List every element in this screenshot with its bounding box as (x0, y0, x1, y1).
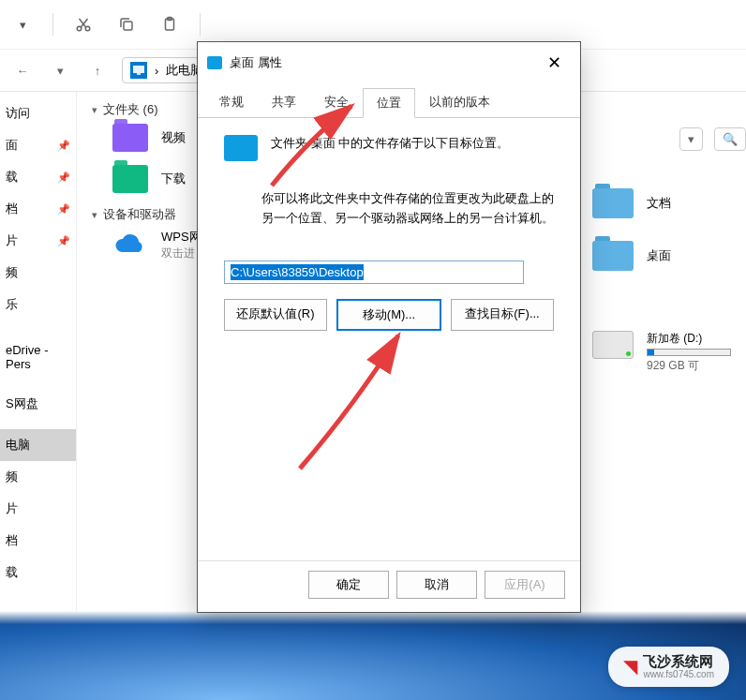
sidebar-item-videos2[interactable]: 频 (0, 461, 76, 493)
move-button[interactable]: 移动(M)... (336, 299, 441, 331)
folder-label: 视频 (161, 129, 186, 146)
chevron-down-icon: ▾ (92, 104, 97, 116)
chevron-down-icon[interactable]: ▾ (47, 57, 73, 83)
cut-icon[interactable] (68, 9, 98, 39)
folder-icon (592, 241, 634, 271)
pin-icon: 📌 (57, 203, 70, 216)
sidebar-item-pictures[interactable]: 片📌 (0, 225, 76, 257)
folder-icon (112, 124, 148, 152)
sidebar-item-label: S网盘 (6, 395, 38, 412)
copy-icon[interactable] (112, 9, 142, 39)
section-title: 文件夹 (6) (103, 101, 158, 118)
breadcrumb-arrow: › (155, 64, 158, 78)
close-button[interactable]: ✕ (537, 50, 571, 76)
pin-icon: 📌 (57, 140, 70, 152)
sidebar-item-label: 访问 (6, 105, 30, 122)
back-button[interactable]: ← (9, 57, 36, 83)
sidebar: 访问 面📌 载📌 档📌 片📌 频 乐 eDrive - Pers S网盘 电脑 … (0, 92, 77, 616)
sidebar-item-label: 档 (6, 201, 18, 217)
up-button[interactable]: ↑ (84, 57, 111, 83)
drive-label: 新加卷 (D:) (647, 331, 731, 347)
properties-dialog: 桌面 属性 ✕ 常规 共享 安全 位置 以前的版本 文件夹 桌面 中的文件存储于… (197, 41, 581, 613)
watermark-url: www.fs0745.com (643, 669, 714, 679)
folder-icon (112, 165, 148, 193)
sidebar-item-label: 档 (6, 532, 18, 549)
sidebar-item-label: 片 (6, 500, 18, 517)
sidebar-item-label: 乐 (6, 296, 18, 313)
sidebar-item-videos[interactable]: 频 (0, 257, 76, 289)
sidebar-item-desktop[interactable]: 面📌 (0, 129, 76, 161)
tab-previous-versions[interactable]: 以前的版本 (415, 87, 504, 117)
sidebar-item-downloads2[interactable]: 载 (0, 557, 76, 588)
drive-free: 929 GB 可 (647, 358, 731, 374)
sidebar-item-label: eDrive - Pers (6, 343, 70, 371)
device-label: WPS网 (161, 229, 201, 246)
sidebar-item-onedrive[interactable]: eDrive - Pers (0, 335, 76, 379)
svg-point-0 (77, 26, 82, 31)
paste-icon[interactable] (155, 9, 185, 39)
this-pc-icon (130, 62, 147, 79)
folder-icon (224, 135, 258, 161)
sidebar-item-label: 载 (6, 169, 18, 186)
drive-icon (592, 331, 634, 359)
sidebar-item-label: 载 (6, 564, 18, 581)
sidebar-item-quick-access[interactable]: 访问 (0, 97, 76, 129)
folder-icon (592, 188, 634, 218)
sidebar-item-documents[interactable]: 档📌 (0, 193, 76, 225)
sidebar-item-label: 频 (6, 469, 18, 485)
svg-point-1 (85, 26, 90, 31)
device-sub: 双击进 (161, 246, 201, 261)
restore-default-button[interactable]: 还原默认值(R) (224, 299, 327, 331)
folder-documents[interactable]: 文档 (592, 188, 746, 218)
chevron-down-icon: ▾ (92, 209, 97, 221)
sidebar-item-wps[interactable]: S网盘 (0, 388, 76, 420)
cloud-icon (112, 231, 148, 260)
dialog-tabs: 常规 共享 安全 位置 以前的版本 (198, 83, 580, 118)
tab-sharing[interactable]: 共享 (258, 87, 310, 117)
right-items: ▾ 🔍 文档 桌面 新加卷 (D:) 929 GB 可 (592, 127, 746, 374)
find-target-button[interactable]: 查找目标(F)... (451, 299, 554, 331)
sidebar-item-downloads[interactable]: 载📌 (0, 161, 76, 193)
tab-security[interactable]: 安全 (310, 87, 363, 117)
sidebar-item-label: 面 (6, 137, 18, 154)
watermark-title: 飞沙系统网 (643, 654, 714, 670)
sidebar-item-label: 片 (6, 232, 18, 249)
tab-general[interactable]: 常规 (205, 87, 258, 117)
folder-desktop[interactable]: 桌面 (592, 241, 746, 271)
cancel-button[interactable]: 取消 (396, 571, 477, 599)
logo-icon: ◥ (623, 655, 637, 678)
sidebar-item-thispc[interactable]: 电脑 (0, 429, 76, 461)
pin-icon: 📌 (57, 171, 70, 184)
dropdown-button[interactable]: ▾ (679, 127, 703, 151)
tab-location[interactable]: 位置 (363, 88, 415, 118)
folder-icon (207, 56, 222, 69)
pin-icon: 📌 (57, 235, 70, 247)
sidebar-item-music[interactable]: 乐 (0, 289, 76, 320)
sidebar-item-label: 电脑 (6, 437, 30, 454)
apply-button[interactable]: 应用(A) (485, 571, 565, 599)
chevron-down-icon[interactable]: ▾ (7, 9, 37, 39)
svg-rect-5 (133, 66, 144, 73)
section-title: 设备和驱动器 (103, 206, 176, 223)
dialog-title: 桌面 属性 (230, 54, 282, 71)
sidebar-item-label: 频 (6, 264, 18, 281)
dialog-description: 你可以将此文件夹中文件存储的位置更改为此硬盘上的另一个位置、另一个驱动器或网络上… (261, 189, 554, 229)
drive-d[interactable]: 新加卷 (D:) 929 GB 可 (592, 331, 746, 374)
svg-rect-6 (137, 73, 141, 75)
sidebar-item-pictures2[interactable]: 片 (0, 493, 76, 525)
dialog-titlebar: 桌面 属性 ✕ (198, 42, 580, 83)
folder-label: 下载 (161, 171, 186, 187)
folder-label: 文档 (647, 195, 671, 212)
dialog-footer: 确定 取消 应用(A) (198, 560, 580, 612)
dialog-body: 文件夹 桌面 中的文件存储于以下目标位置。 你可以将此文件夹中文件存储的位置更改… (198, 118, 580, 560)
dialog-heading: 文件夹 桌面 中的文件存储于以下目标位置。 (271, 135, 509, 152)
ok-button[interactable]: 确定 (308, 571, 389, 599)
folder-label: 桌面 (647, 247, 671, 264)
watermark: ◥ 飞沙系统网 www.fs0745.com (608, 647, 729, 688)
sidebar-item-documents2[interactable]: 档 (0, 525, 76, 557)
search-button[interactable]: 🔍 (714, 127, 746, 151)
path-input[interactable]: C:\Users\83859\Desktop (224, 261, 524, 284)
drive-usage-bar (647, 349, 731, 356)
svg-rect-2 (124, 22, 132, 30)
